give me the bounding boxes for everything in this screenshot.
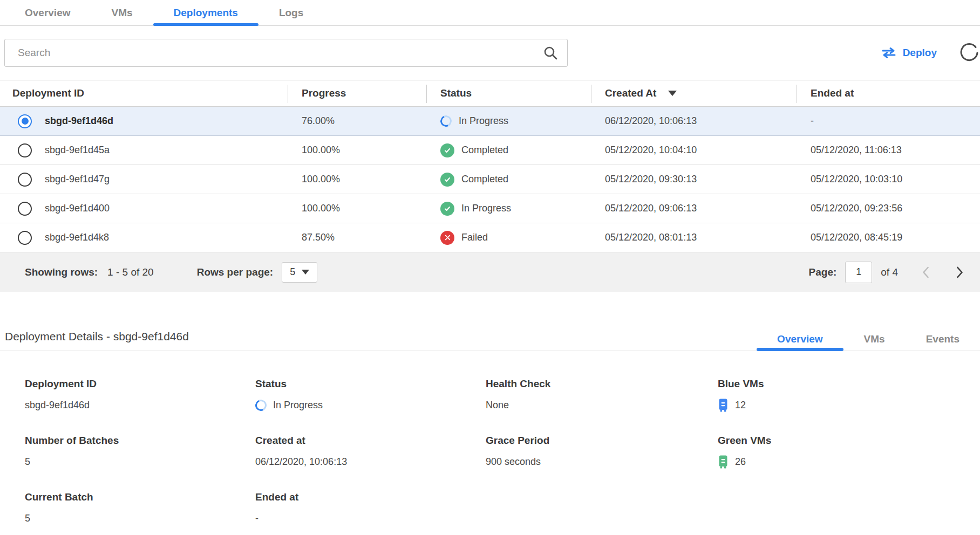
table-row[interactable]: sbgd-9ef1d4k8 87.50% Failed 05/12/2020, … [0, 223, 980, 252]
tab-label: Deployments [174, 7, 238, 19]
vm-server-icon [718, 399, 729, 412]
table-header-row: Deployment ID Progress Status Created At… [0, 80, 980, 107]
detail-field: Green VMs 26 [718, 435, 980, 469]
prev-page-button[interactable] [920, 263, 932, 282]
progress-cell: 87.50% [288, 232, 426, 243]
column-header-status[interactable]: Status [426, 80, 591, 106]
status-label: In Progress [459, 115, 508, 127]
detail-field-value: 26 [718, 455, 980, 469]
sort-desc-icon [668, 91, 677, 96]
progress-cell: 76.00% [288, 115, 426, 127]
table-row[interactable]: sbgd-9ef1d46d 76.00% In Progress 06/12/2… [0, 107, 980, 136]
tab-label: Events [926, 333, 959, 345]
status-cell: Failed [426, 231, 591, 245]
column-header-deployment-id[interactable]: Deployment ID [0, 80, 288, 106]
details-header: Deployment Details - sbgd-9ef1d46d Overv… [0, 328, 980, 351]
deployment-id-cell: sbgd-9ef1d400 [45, 203, 110, 214]
tab-overview[interactable]: Overview [4, 0, 91, 25]
detail-field-label: Green VMs [718, 435, 980, 447]
row-radio-button[interactable] [18, 231, 32, 245]
deployments-table: Deployment ID Progress Status Created At… [0, 80, 980, 292]
rows-per-page-select[interactable]: 5 [282, 262, 317, 283]
tab-logs[interactable]: Logs [258, 0, 324, 25]
table-body: sbgd-9ef1d46d 76.00% In Progress 06/12/2… [0, 107, 980, 252]
table-row[interactable]: sbgd-9ef1d400 100.00% In Progress 05/12/… [0, 194, 980, 223]
detail-field-value: 12 [718, 398, 980, 412]
detail-field-value: None [486, 398, 718, 412]
deploy-button-label: Deploy [903, 47, 937, 59]
row-radio-button[interactable] [18, 114, 32, 128]
detail-field-value: 5 [25, 455, 255, 469]
deployment-id-cell: sbgd-9ef1d46d [45, 115, 113, 127]
swap-arrows-icon [881, 47, 896, 59]
ended-at-cell: 05/12/2020, 08:45:19 [797, 232, 980, 243]
detail-field-text: 12 [735, 400, 746, 411]
created-at-cell: 06/12/2020, 10:06:13 [591, 115, 797, 127]
detail-field-label: Health Check [486, 378, 718, 390]
row-radio-button[interactable] [18, 173, 32, 187]
progress-cell: 100.00% [288, 174, 426, 185]
tab-events[interactable]: Events [906, 328, 980, 351]
detail-field: Ended at - [255, 491, 486, 525]
tab-vms[interactable]: VMs [843, 328, 906, 351]
chevron-left-icon [922, 265, 930, 279]
row-radio-button[interactable] [18, 202, 32, 216]
detail-field: Status In Progress [255, 378, 486, 412]
page-label: Page: [809, 266, 837, 278]
tab-label: VMs [864, 333, 885, 345]
ended-at-cell: 05/12/2020, 10:03:10 [797, 174, 980, 185]
ended-at-cell: - [797, 115, 980, 127]
tab-label: Overview [777, 333, 823, 345]
detail-field-text: In Progress [273, 400, 323, 411]
details-grid: Deployment ID sbgd-9ef1d46d Status In Pr… [0, 378, 980, 535]
detail-field-text: sbgd-9ef1d46d [25, 400, 90, 411]
deploy-button[interactable]: Deploy [881, 47, 937, 59]
row-radio-button[interactable] [18, 143, 32, 157]
status-label: Completed [461, 174, 508, 185]
completed-check-icon [440, 143, 454, 157]
column-header-ended-at[interactable]: Ended at [797, 80, 980, 106]
tab-deployments[interactable]: Deployments [153, 0, 258, 25]
refresh-icon[interactable] [958, 42, 980, 64]
showing-rows-label: Showing rows: [25, 266, 98, 278]
created-at-cell: 05/12/2020, 10:04:10 [591, 145, 797, 156]
ended-at-cell: 05/12/2020, 11:06:13 [797, 145, 980, 156]
in-progress-spinner-icon [439, 114, 453, 128]
table-row[interactable]: sbgd-9ef1d47g 100.00% Completed 05/12/20… [0, 165, 980, 194]
tab-label: VMs [112, 7, 133, 19]
tab-label: Logs [279, 7, 303, 19]
toolbar: Deploy [0, 39, 980, 67]
showing-rows-value: 1 - 5 of 20 [107, 266, 154, 278]
deployments-page: Overview VMs Deployments Logs Deploy D [0, 0, 980, 535]
page-number-input[interactable] [845, 262, 872, 283]
detail-field-text: 900 seconds [486, 456, 541, 468]
detail-field-value: In Progress [255, 398, 486, 412]
search-input[interactable] [5, 47, 567, 59]
detail-field-label: Grace Period [486, 435, 718, 447]
tab-vms[interactable]: VMs [91, 0, 153, 25]
column-header-progress[interactable]: Progress [288, 80, 426, 106]
toolbar-actions: Deploy [881, 42, 980, 64]
detail-field: Blue VMs 12 [718, 378, 980, 412]
next-page-button[interactable] [954, 263, 966, 282]
deployment-id-cell: sbgd-9ef1d4k8 [45, 232, 109, 243]
table-footer: Showing rows: 1 - 5 of 20 Rows per page:… [0, 252, 980, 292]
vm-server-icon [718, 455, 729, 469]
detail-field-label: Blue VMs [718, 378, 980, 390]
column-header-created-at[interactable]: Created At [591, 80, 797, 106]
detail-field-text: 06/12/2020, 10:06:13 [255, 456, 347, 468]
detail-field-text: 5 [25, 513, 30, 524]
table-row[interactable]: sbgd-9ef1d45a 100.00% Completed 05/12/20… [0, 136, 980, 165]
detail-field-label: Deployment ID [25, 378, 255, 390]
tab-overview[interactable]: Overview [757, 328, 843, 351]
rows-per-page-label: Rows per page: [197, 266, 273, 278]
status-label: In Progress [461, 203, 511, 214]
detail-field: Grace Period 900 seconds [486, 435, 718, 469]
rows-per-page-value: 5 [290, 266, 295, 278]
deployment-id-cell: sbgd-9ef1d45a [45, 145, 110, 156]
failed-x-icon [440, 231, 454, 245]
created-at-cell: 05/12/2020, 08:01:13 [591, 232, 797, 243]
detail-field-text: None [486, 400, 509, 411]
status-cell: Completed [426, 143, 591, 157]
detail-field-label: Status [255, 378, 486, 390]
